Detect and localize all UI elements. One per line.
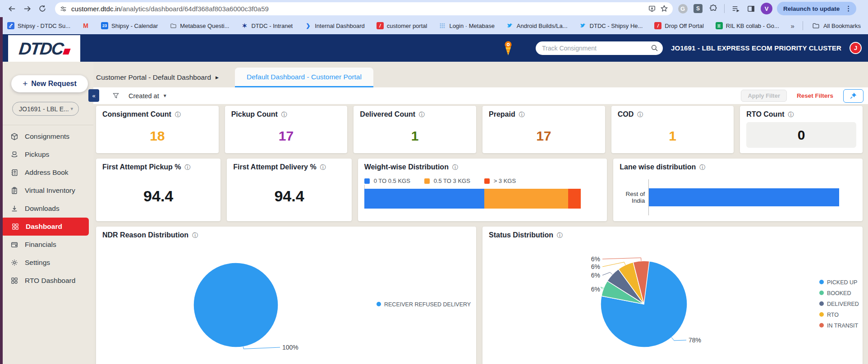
new-request-button[interactable]: +New Request xyxy=(11,75,88,92)
weight-distribution-card: Weight-wise Distributionⓘ 0 TO 0.5 KGS0.… xyxy=(358,159,607,221)
weight-stacked-bar xyxy=(364,189,581,209)
bar-segment xyxy=(484,189,568,209)
created-at-dropdown[interactable]: Created at xyxy=(129,92,159,100)
sidebar-item-financials[interactable]: Financials xyxy=(0,236,91,254)
info-icon[interactable]: ⓘ xyxy=(788,112,794,118)
bookmark-item[interactable]: RIL KB collab - Go... xyxy=(716,22,779,29)
breadcrumb-arrow-icon: ▶ xyxy=(216,75,219,80)
red-portal-icon: / xyxy=(654,22,661,29)
info-icon[interactable]: ⓘ xyxy=(175,112,181,118)
info-icon[interactable]: ⓘ xyxy=(320,164,326,170)
info-icon[interactable]: ⓘ xyxy=(637,112,643,118)
bookmark-item[interactable]: Metabase Questi... xyxy=(170,22,229,29)
filter-funnel-icon xyxy=(112,92,119,100)
window-edge xyxy=(0,17,3,364)
browser-menu-icon[interactable]: ⋮ xyxy=(843,5,854,13)
kpi-card-consignment-count: Consignment Countⓘ 18 xyxy=(96,106,219,153)
legend-item: RTO xyxy=(827,312,839,318)
settings-icon xyxy=(10,259,18,267)
back-icon[interactable] xyxy=(6,3,17,14)
breadcrumb[interactable]: Customer Portal - Default Dashboard▶ xyxy=(96,68,228,87)
info-icon[interactable]: ⓘ xyxy=(281,112,287,118)
all-bookmarks-button[interactable]: All Bookmarks xyxy=(808,22,861,30)
browser-profile-avatar[interactable]: V xyxy=(761,3,772,14)
bookmark-star-icon[interactable] xyxy=(660,5,668,13)
tab-default-dashboard[interactable]: Default Dashboard - Customer Portal xyxy=(235,68,373,87)
pin-dashboard-button[interactable] xyxy=(843,89,863,103)
kpi-value: 1 xyxy=(354,118,476,153)
screen: customer.dtdc.in/analytics/dashboard/64d… xyxy=(0,0,868,364)
caret-down-icon[interactable]: ▼ xyxy=(163,93,167,98)
bookmarks-overflow-icon[interactable]: » xyxy=(788,22,797,30)
sidebar-item-dashboard[interactable]: Dashboard xyxy=(1,218,89,236)
status-distribution-card: Status Distributionⓘ 78%6%6%6%6%PICKED U… xyxy=(482,227,863,364)
metric-card-first-attempt-pickup: First Attempt Pickup %ⓘ 94.4 xyxy=(96,159,220,221)
track-consignment-input[interactable] xyxy=(536,41,663,55)
account-selector[interactable]: JO1691 - LBL E...▾ xyxy=(12,102,79,116)
sidebar-item-settings[interactable]: Settings xyxy=(0,254,91,272)
kpi-card-rto-count: RTO Countⓘ 0 xyxy=(740,106,863,153)
bookmark-item[interactable]: ✶DTDC - Intranet xyxy=(241,22,293,29)
reload-icon[interactable] xyxy=(37,3,48,14)
charts-row-1: First Attempt Pickup %ⓘ 94.4 First Attem… xyxy=(96,159,863,221)
install-icon[interactable] xyxy=(648,5,656,13)
info-icon[interactable]: ⓘ xyxy=(519,112,525,118)
site-settings-icon[interactable] xyxy=(60,5,67,13)
pie-percentage-label: 6% xyxy=(591,286,600,293)
sidebar-item-rto-dashboard[interactable]: RTO Dashboard xyxy=(0,272,91,290)
shipsy-icon xyxy=(7,22,14,29)
reading-list-icon[interactable] xyxy=(730,3,741,14)
bird-icon xyxy=(506,22,514,29)
bookmark-item[interactable]: Login · Metabase xyxy=(439,22,494,29)
sidebar-item-address-book[interactable]: Address Book xyxy=(0,164,91,182)
kpi-card-prepaid: Prepaidⓘ 17 xyxy=(482,106,605,153)
relaunch-button[interactable]: Relaunch to update⋮ xyxy=(777,2,856,15)
s-extension-icon[interactable]: S xyxy=(693,3,703,14)
sidebar-item-consignments[interactable]: Consignments xyxy=(0,127,91,146)
bookmark-item[interactable]: ❯Internal Dashboard xyxy=(304,22,365,29)
side-panel-icon[interactable] xyxy=(745,3,756,14)
sidebar-item-pickups[interactable]: Pickups xyxy=(0,146,91,164)
user-avatar[interactable]: J xyxy=(850,42,862,54)
apply-filter-button[interactable]: Apply Filter xyxy=(741,90,787,102)
inventory-icon xyxy=(10,187,18,195)
collapse-sidebar-button[interactable]: « xyxy=(88,89,99,102)
track-consignment-field[interactable] xyxy=(542,45,651,52)
dtdc-logo[interactable]: DTDC xyxy=(8,35,80,62)
pie-percentage-label: 6% xyxy=(591,263,600,270)
bookmark-item[interactable]: DTDC - Shipsy He... xyxy=(579,22,643,29)
info-icon[interactable]: ⓘ xyxy=(185,164,191,170)
bookmark-item[interactable]: 23Shipsy - Calendar xyxy=(101,22,158,29)
sidebar: +New Request JO1691 - LBL E...▾ Consignm… xyxy=(0,62,93,364)
info-icon[interactable]: ⓘ xyxy=(419,112,425,118)
g-extension-icon[interactable]: G xyxy=(677,3,688,14)
location-pin-icon[interactable] xyxy=(502,41,514,56)
url-bar[interactable]: customer.dtdc.in/analytics/dashboard/64d… xyxy=(55,2,673,15)
sheets-icon xyxy=(716,22,723,29)
reset-filters-button[interactable]: Reset Filters xyxy=(797,92,833,99)
extensions-puzzle-icon[interactable] xyxy=(708,3,719,14)
sidebar-nav: ConsignmentsPickupsAddress BookVirtual I… xyxy=(0,127,91,290)
red-portal-icon: / xyxy=(377,22,384,29)
legend-item: RECEIVER REFUSED DELIVERY xyxy=(384,301,471,308)
app-header: DTDC JO1691 - LBL EXPRESS ECOM PRIORITY … xyxy=(0,34,868,62)
sidebar-item-virtual-inventory[interactable]: Virtual Inventory xyxy=(0,182,91,200)
search-icon[interactable] xyxy=(651,44,658,52)
metric-card-first-attempt-delivery: First Attempt Delivery %ⓘ 94.4 xyxy=(227,159,351,221)
info-icon[interactable]: ⓘ xyxy=(452,164,458,170)
bookmark-item[interactable]: /Drop Off Portal xyxy=(654,22,703,29)
bookmark-item[interactable]: /customer portal xyxy=(377,22,427,29)
arrow-icon: ❯ xyxy=(304,22,312,29)
sidebar-item-downloads[interactable]: Downloads xyxy=(0,200,91,218)
info-icon[interactable]: ⓘ xyxy=(699,164,705,170)
lane-chart: Rest of India xyxy=(620,179,839,215)
address-book-icon xyxy=(10,168,18,177)
browser-toolbar: customer.dtdc.in/analytics/dashboard/64d… xyxy=(0,0,868,17)
bookmark-item[interactable]: Android Builds/La... xyxy=(506,22,568,29)
bookmark-item[interactable]: M xyxy=(82,22,89,29)
legend-item: BOOKED xyxy=(827,290,851,296)
chevron-down-icon: ▾ xyxy=(70,106,73,112)
bookmark-item[interactable]: Shipsy - DTDC Su... xyxy=(7,22,70,29)
pie-percentage-label: 6% xyxy=(591,255,600,263)
forward-icon[interactable] xyxy=(22,3,32,14)
